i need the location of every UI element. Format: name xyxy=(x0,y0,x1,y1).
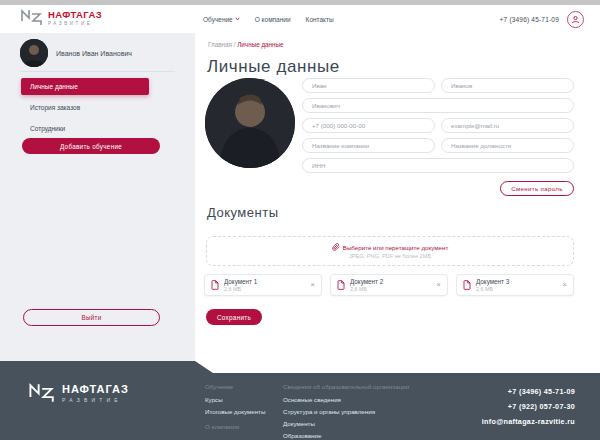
middle-name-input[interactable] xyxy=(302,98,574,113)
documents-title: Документы xyxy=(207,205,279,220)
document-cards: Документ 1 2,6 МБ × Документ 2 2,6 МБ × xyxy=(204,274,574,296)
naftagaz-logo-icon xyxy=(20,9,42,26)
sidebar: Иванов Иван Иванович Личные данные Истор… xyxy=(0,33,195,373)
position-input[interactable] xyxy=(441,138,574,153)
user-full-name: Иванов Иван Иванович xyxy=(56,50,132,57)
remove-document-icon[interactable]: × xyxy=(310,281,315,289)
phone-input[interactable] xyxy=(302,118,435,133)
footer-logo-subtitle: РАЗВИТИЕ xyxy=(62,397,129,403)
file-icon xyxy=(211,280,219,290)
footer-link-structure[interactable]: Структура и органы управления xyxy=(283,408,409,415)
company-input[interactable] xyxy=(302,138,435,153)
breadcrumb: Главная / Личные данные xyxy=(208,41,284,48)
footer-link-basic-info[interactable]: Основные сведения xyxy=(283,396,409,403)
user-avatar xyxy=(20,39,48,67)
sidebar-item-personal-data[interactable]: Личные данные xyxy=(21,78,149,95)
logout-button[interactable]: Выйти xyxy=(23,309,160,326)
save-button[interactable]: Сохранить xyxy=(206,309,262,325)
sidebar-item-employees[interactable]: Сотрудники xyxy=(21,120,149,137)
breadcrumb-current: Личные данные xyxy=(237,41,283,48)
logo-name: НАФТАГАЗ xyxy=(48,9,102,20)
add-training-button[interactable]: Добавить обучение xyxy=(22,138,160,154)
footer-link-courses[interactable]: Курсы xyxy=(205,396,265,403)
sidebar-divider xyxy=(20,71,175,72)
footer-link-final-documents[interactable]: Итоговые документы xyxy=(205,408,265,415)
document-name: Документ 3 xyxy=(476,278,557,285)
header-logo[interactable]: НАФТАГАЗ РАЗВИТИЕ xyxy=(20,9,102,26)
document-card: Документ 3 2,6 МБ × xyxy=(456,274,574,296)
document-card: Документ 1 2,6 МБ × xyxy=(204,274,322,296)
account-button[interactable] xyxy=(567,11,584,28)
dropzone-hint: JPEG, PNG, PDF не более 2МБ xyxy=(349,253,431,259)
main-content: Главная / Личные данные Личные данные См… xyxy=(195,33,600,373)
document-size: 2,6 МБ xyxy=(476,286,557,292)
dropzone-label: Выберите или перетащите документ xyxy=(343,244,449,251)
footer-contacts: +7 (3496) 45-71-09 +7 (922) 057-07-30 in… xyxy=(482,387,575,432)
paperclip-icon xyxy=(332,243,340,251)
footer-logo-name: НАФТАГАЗ xyxy=(62,383,129,395)
remove-document-icon[interactable]: × xyxy=(562,281,567,289)
sidebar-item-order-history[interactable]: История заказов xyxy=(21,99,149,116)
document-card: Документ 2 2,6 МБ × xyxy=(330,274,448,296)
nav-item-about[interactable]: О компании xyxy=(255,16,291,23)
footer-logo: НАФТАГАЗ РАЗВИТИЕ xyxy=(28,383,129,403)
profile-form xyxy=(302,78,574,178)
last-name-input[interactable] xyxy=(441,78,574,93)
document-name: Документ 1 xyxy=(224,278,305,285)
document-size: 2,6 МБ xyxy=(224,286,305,292)
logo-subtitle: РАЗВИТИЕ xyxy=(48,21,102,26)
document-name: Документ 2 xyxy=(350,278,431,285)
main-nav: Обучение О компании Контакты xyxy=(203,5,334,33)
footer-column-training: Обучение Курсы Итоговые документы О комп… xyxy=(205,383,265,436)
footer-column-org-info: Сведения об образовательной организации … xyxy=(283,383,409,440)
change-password-button[interactable]: Сменить пароль xyxy=(500,181,574,196)
footer-phone-2[interactable]: +7 (922) 057-07-30 xyxy=(482,402,575,411)
sidebar-menu: Личные данные История заказов Сотрудники xyxy=(0,78,195,141)
user-icon xyxy=(571,15,580,24)
naftagaz-logo-icon xyxy=(28,383,54,403)
inn-input[interactable] xyxy=(302,158,574,173)
footer-link-education[interactable]: Образование xyxy=(283,432,409,439)
nav-item-contacts[interactable]: Контакты xyxy=(306,16,334,23)
document-dropzone[interactable]: Выберите или перетащите документ JPEG, P… xyxy=(206,236,574,266)
document-size: 2,6 МБ xyxy=(350,286,431,292)
header-phone[interactable]: +7 (3496) 45-71-09 xyxy=(500,16,559,23)
breadcrumb-home[interactable]: Главная xyxy=(208,41,232,48)
chevron-down-icon xyxy=(235,17,240,21)
footer-header-org-info: Сведения об образовательной организации xyxy=(283,383,409,390)
footer-link-documents[interactable]: Документы xyxy=(283,420,409,427)
footer-email[interactable]: info@naftagaz-razvitie.ru xyxy=(482,417,575,426)
footer-header-training: Обучение xyxy=(205,383,265,390)
nav-item-training[interactable]: Обучение xyxy=(203,16,240,23)
file-icon xyxy=(337,280,345,290)
first-name-input[interactable] xyxy=(302,78,435,93)
page-title: Личные данные xyxy=(207,57,340,77)
email-input[interactable] xyxy=(441,118,574,133)
footer-phone-1[interactable]: +7 (3496) 45-71-09 xyxy=(482,387,575,396)
remove-document-icon[interactable]: × xyxy=(436,281,441,289)
profile-photo xyxy=(205,78,295,168)
footer-header-about: О компании xyxy=(205,423,265,430)
file-icon xyxy=(463,280,471,290)
header: НАФТАГАЗ РАЗВИТИЕ Обучение О компании Ко… xyxy=(0,5,600,33)
